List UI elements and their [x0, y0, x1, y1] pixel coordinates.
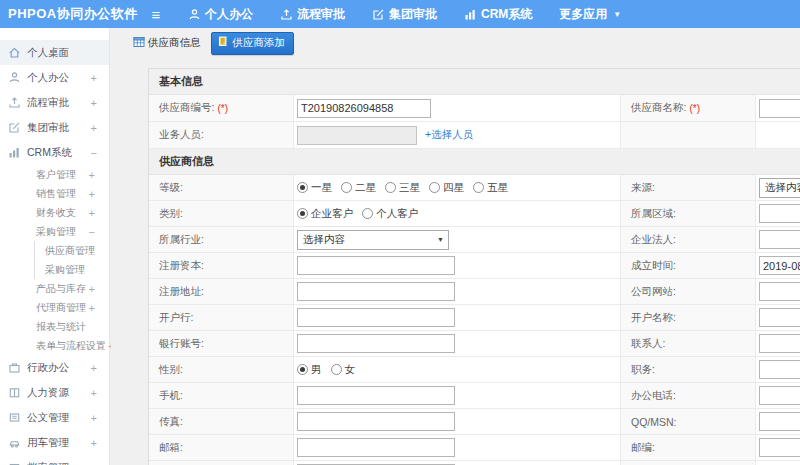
qq-msn-input[interactable]	[759, 412, 800, 431]
legal-person-label: 企业法人:	[631, 233, 676, 247]
level-radio-5[interactable]: 五星	[473, 181, 508, 195]
topnav-workflow-approval[interactable]: 流程审批	[280, 6, 345, 23]
expand-icon[interactable]: +	[89, 283, 95, 295]
topbar: PHPOA协同办公软件 ≡ 个人办公 流程审批 集团审批 CRM系统 更多应用 …	[0, 0, 800, 28]
level-radio-3[interactable]: 三星	[385, 181, 420, 195]
gender-radio-male[interactable]: 男	[297, 363, 322, 377]
staff-input[interactable]	[297, 126, 417, 145]
expand-icon[interactable]: +	[89, 302, 95, 314]
email-label: 邮箱:	[159, 441, 183, 455]
supplier-no-input[interactable]	[297, 99, 431, 118]
form-row: 供应商编号: (*) 供应商名称: (*)	[149, 95, 800, 122]
expand-icon[interactable]: +	[89, 207, 95, 219]
contact-input[interactable]	[759, 334, 800, 353]
category-radio-company[interactable]: 企业客户	[297, 207, 353, 221]
legal-person-input[interactable]	[759, 230, 800, 249]
topnav-more-apps[interactable]: 更多应用 ▼	[559, 6, 621, 23]
choose-staff-link[interactable]: +选择人员	[425, 128, 473, 142]
topnav-personal-office[interactable]: 个人办公	[188, 6, 253, 23]
edit-icon	[8, 121, 21, 134]
expand-icon[interactable]: +	[89, 188, 95, 200]
expand-icon[interactable]: +	[91, 72, 97, 84]
level-radio-1[interactable]: 一星	[297, 181, 332, 195]
radio-icon	[429, 182, 440, 193]
website-input[interactable]	[759, 282, 800, 301]
upload-flow-icon	[280, 8, 293, 21]
sidebar-item-supplier-mgmt[interactable]: 供应商管理	[34, 241, 109, 260]
bank-account-input[interactable]	[297, 334, 455, 353]
sidebar-item-sales-mgmt[interactable]: 销售管理 +	[0, 184, 109, 203]
expand-icon[interactable]: +	[91, 362, 97, 374]
collapse-icon[interactable]: −	[89, 226, 95, 238]
founded-date-input[interactable]	[759, 256, 800, 275]
fax-input[interactable]	[297, 412, 455, 431]
sidebar-item-crm-system[interactable]: CRM系统 −	[0, 140, 109, 165]
staff-label: 业务人员:	[159, 128, 204, 142]
sidebar-item-vehicle-mgmt[interactable]: 用车管理 +	[0, 430, 109, 455]
founded-label: 成立时间:	[631, 259, 676, 273]
radio-icon	[331, 364, 342, 375]
form-row: 邮箱: 邮编:	[149, 435, 800, 461]
sidebar-item-group-approval[interactable]: 集团审批 +	[0, 115, 109, 140]
expand-icon[interactable]: +	[91, 437, 97, 449]
sidebar-item-form-flow-settings[interactable]: 表单与流程设置 +	[0, 336, 109, 355]
book-icon	[8, 386, 21, 399]
account-name-input[interactable]	[759, 308, 800, 327]
briefcase-icon	[8, 361, 21, 374]
email-input[interactable]	[297, 438, 455, 457]
sidebar-item-admin-office[interactable]: 行政办公 +	[0, 355, 109, 380]
radio-icon	[385, 182, 396, 193]
sidebar-item-archive-mgmt[interactable]: 档案管理 +	[0, 455, 109, 465]
source-select[interactable]: 选择内容 ▼	[759, 178, 800, 198]
sidebar-item-reports-stats[interactable]: 报表与统计	[0, 317, 109, 336]
sidebar-item-personal-desktop[interactable]: 个人桌面	[0, 40, 109, 65]
menu-toggle-icon[interactable]: ≡	[146, 7, 166, 22]
sidebar-item-purchasing[interactable]: 采购管理	[34, 260, 109, 279]
bank-input[interactable]	[297, 308, 455, 327]
sidebar-item-workflow-approval[interactable]: 流程审批 +	[0, 90, 109, 115]
region-input[interactable]	[759, 204, 800, 223]
form-row: 开户行: 开户名称:	[149, 305, 800, 331]
level-radio-2[interactable]: 二星	[341, 181, 376, 195]
expand-icon[interactable]: +	[91, 122, 97, 134]
sidebar-item-human-resources[interactable]: 人力资源 +	[0, 380, 109, 405]
reg-address-label: 注册地址:	[159, 285, 204, 299]
form-row: 等级: 一星 二星 三星 四星 五星 来源: 选择内容 ▼	[149, 175, 800, 201]
level-label: 等级:	[159, 181, 183, 195]
office-phone-input[interactable]	[759, 386, 800, 405]
form-row: 类别: 企业客户 个人客户 所属区域:	[149, 201, 800, 227]
archive-icon	[8, 461, 21, 465]
expand-icon[interactable]: +	[91, 97, 97, 109]
capital-label: 注册资本:	[159, 259, 204, 273]
mobile-input[interactable]	[297, 386, 455, 405]
expand-icon[interactable]: +	[91, 387, 97, 399]
expand-icon[interactable]: +	[91, 462, 97, 465]
gender-radio-female[interactable]: 女	[331, 363, 356, 377]
tab-supplier-add[interactable]: 供应商添加	[211, 32, 295, 55]
bank-label: 开户行:	[159, 311, 193, 325]
sidebar-item-product-inventory[interactable]: 产品与库存 +	[0, 279, 109, 298]
sidebar-item-purchase-mgmt[interactable]: 采购管理 −	[0, 222, 109, 241]
collapse-icon[interactable]: −	[91, 147, 97, 159]
sidebar-item-customer-mgmt[interactable]: 客户管理 +	[0, 165, 109, 184]
expand-icon[interactable]: +	[89, 169, 95, 181]
sidebar-item-document-mgmt[interactable]: 公文管理 +	[0, 405, 109, 430]
industry-select[interactable]: 选择内容 ▼	[297, 230, 449, 250]
reg-address-input[interactable]	[297, 282, 455, 301]
sidebar-item-finance[interactable]: 财务收支 +	[0, 203, 109, 222]
zip-input[interactable]	[759, 438, 800, 457]
position-input[interactable]	[759, 360, 800, 379]
category-radio-personal[interactable]: 个人客户	[362, 207, 418, 221]
sidebar-item-personal-office[interactable]: 个人办公 +	[0, 65, 109, 90]
level-radio-4[interactable]: 四星	[429, 181, 464, 195]
radio-icon	[473, 182, 484, 193]
add-document-icon	[218, 36, 229, 49]
sidebar-item-agent-mgmt[interactable]: 代理商管理 +	[0, 298, 109, 317]
category-label: 类别:	[159, 207, 183, 221]
topnav-group-approval[interactable]: 集团审批	[372, 6, 437, 23]
supplier-name-input[interactable]	[759, 99, 800, 118]
capital-input[interactable]	[297, 256, 455, 275]
topnav-crm-system[interactable]: CRM系统	[464, 6, 532, 23]
tab-supplier-info[interactable]: 供应商信息	[133, 36, 201, 50]
expand-icon[interactable]: +	[91, 412, 97, 424]
